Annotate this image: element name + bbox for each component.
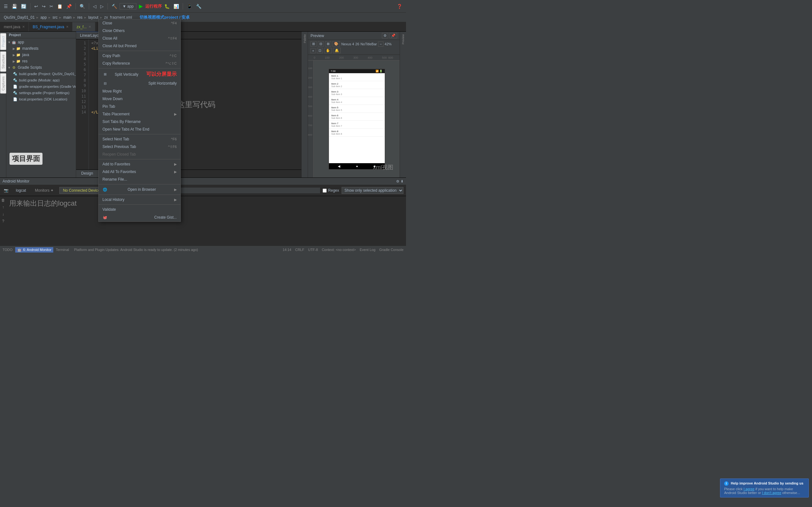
layout-icon-2[interactable]: ⊟ bbox=[318, 41, 324, 47]
menu-close[interactable]: Close ^F4 bbox=[99, 19, 181, 27]
menu-close-all-pinned[interactable]: Close All but Pinned bbox=[99, 42, 181, 50]
cut-button[interactable]: ✂ bbox=[48, 3, 55, 9]
menu-move-right[interactable]: Move Right bbox=[99, 88, 181, 95]
nav-project[interactable]: QiuShi_Day01_01 bbox=[3, 14, 36, 20]
regex-checkbox[interactable] bbox=[322, 188, 327, 193]
search-button[interactable]: 🔍 bbox=[78, 3, 86, 9]
tab-logcat[interactable]: logcat bbox=[13, 187, 29, 193]
project-tab-button[interactable]: Project bbox=[0, 33, 6, 50]
module-selector[interactable]: ▼ app bbox=[119, 3, 136, 9]
alert-button[interactable]: 🔔 bbox=[333, 48, 341, 53]
nav-main[interactable]: main bbox=[62, 14, 72, 20]
redo-button[interactable]: ↪ bbox=[41, 3, 47, 9]
logcat-filter-input[interactable] bbox=[179, 187, 320, 193]
captures-tab-button[interactable]: Captures bbox=[0, 73, 6, 94]
tab-zx-fragment[interactable]: zx_f... ✕ bbox=[72, 22, 95, 32]
avd-button[interactable]: 📱 bbox=[186, 3, 194, 9]
tree-item-gradle-scripts[interactable]: ▼ ⚙ Gradle Scripts bbox=[6, 64, 76, 71]
menu-open-browser[interactable]: 🌐 Open in Browser ▶ bbox=[99, 185, 181, 193]
show-only-selector[interactable]: Show only selected application bbox=[342, 187, 403, 194]
menu-rename-file[interactable]: Rename File... bbox=[99, 176, 181, 183]
tree-item-app[interactable]: ▼ 🤖 app bbox=[6, 39, 76, 45]
nav-src[interactable]: src bbox=[51, 14, 59, 20]
menu-close-others[interactable]: Close Others bbox=[99, 27, 181, 35]
undo-button[interactable]: ↩ bbox=[33, 3, 39, 9]
menu-copy-reference-label: Copy Reference bbox=[102, 61, 130, 66]
device-filter-bar: 📷 logcat Monitors ✦ No Connected Devices… bbox=[0, 185, 406, 196]
menu-create-gist[interactable]: 🐙 Create Gist... bbox=[99, 213, 181, 222]
nav-layout[interactable]: layout bbox=[87, 14, 100, 20]
bottom-settings-button[interactable]: ⚙ bbox=[396, 179, 399, 183]
layout-icon-3[interactable]: ⊠ bbox=[325, 41, 331, 47]
forward-button[interactable]: ▷ bbox=[99, 3, 105, 9]
tree-item-label: build.gradle (Project: QiuShi_Day01_C... bbox=[19, 72, 76, 76]
run-button[interactable]: ▶ bbox=[138, 3, 144, 10]
nav-app[interactable]: app bbox=[39, 14, 48, 20]
tree-item-gradle-wrapper[interactable]: 📄 gradle-wrapper.properties (Gradle Ve..… bbox=[6, 83, 76, 90]
menu-validate[interactable]: Validate bbox=[99, 206, 181, 213]
menu-split-horizontally[interactable]: ⊟ Split Horizontally bbox=[99, 79, 181, 88]
tree-item-local-properties[interactable]: 📄 local.properties (SDK Location) bbox=[6, 96, 76, 102]
gradle-console-button[interactable]: Gradle Console bbox=[379, 248, 403, 251]
save-button[interactable]: 💾 bbox=[10, 3, 18, 9]
zoom-in-button[interactable]: + bbox=[310, 48, 316, 53]
hand-button[interactable]: ✋ bbox=[324, 48, 332, 53]
sdk-button[interactable]: 🔧 bbox=[195, 3, 203, 9]
menu-copy-path[interactable]: Copy Path ^⇧C bbox=[99, 52, 181, 60]
menu-add-favorites[interactable]: Add to Favorites ▶ bbox=[99, 160, 181, 168]
preview-settings-button[interactable]: ⚙ bbox=[382, 33, 388, 38]
bottom-download-button[interactable]: ⬇ bbox=[401, 179, 403, 183]
tab-monitors[interactable]: Monitors ✦ bbox=[32, 187, 57, 193]
terminal-tab-button[interactable]: Terminal bbox=[56, 248, 69, 251]
layout-icon-1[interactable]: ⊞ bbox=[310, 41, 316, 47]
menu-move-down[interactable]: Move Down bbox=[99, 95, 181, 103]
paste-button[interactable]: 📌 bbox=[65, 3, 73, 9]
menu-copy-reference[interactable]: Copy Reference ^⌥⇧C bbox=[99, 60, 181, 67]
tree-item-res[interactable]: ▶ 📁 res bbox=[6, 58, 76, 64]
tree-item-build-gradle-project[interactable]: 🔩 build.gradle (Project: QiuShi_Day01_C.… bbox=[6, 71, 76, 77]
tree-item-manifests[interactable]: ▶ 📁 manifests bbox=[6, 45, 76, 52]
regex-label[interactable]: Regex bbox=[322, 188, 339, 193]
menu-select-prev-tab[interactable]: Select Previous Tab ^⇧F6 bbox=[99, 143, 181, 151]
structure-tab-button[interactable]: Structure bbox=[0, 51, 6, 72]
menu-open-new-tabs[interactable]: Open New Tabs At The End bbox=[99, 125, 181, 133]
coverage-button[interactable]: 📊 bbox=[172, 3, 180, 9]
nav-res[interactable]: res bbox=[76, 14, 84, 20]
tree-item-build-gradle-module[interactable]: 🔩 build.gradle (Module: app) bbox=[6, 77, 76, 83]
tree-item-settings-gradle[interactable]: 🔩 settings.gradle (Project Settings) bbox=[6, 90, 76, 96]
zoom-out-button[interactable]: − bbox=[378, 42, 383, 47]
tab-ment-java[interactable]: ment.java ✕ bbox=[0, 22, 29, 32]
palette-icon[interactable]: 🎨 bbox=[333, 41, 340, 47]
copy-button[interactable]: 📋 bbox=[56, 3, 64, 9]
menu-pin-tab[interactable]: Pin Tab bbox=[99, 103, 181, 110]
help-button[interactable]: ❓ bbox=[396, 3, 403, 9]
menu-add-all-favorites[interactable]: Add All To Favorites ▶ bbox=[99, 168, 181, 176]
sync-button[interactable]: 🔄 bbox=[20, 3, 28, 9]
question-button[interactable]: ? bbox=[1, 218, 6, 224]
menu-sort-tabs[interactable]: Sort Tabs By Filename bbox=[99, 118, 181, 125]
palette-label[interactable]: Palette bbox=[303, 33, 307, 44]
build-button[interactable]: 🔨 bbox=[110, 3, 118, 9]
menu-button[interactable]: ☰ bbox=[3, 3, 9, 9]
scroll-up-button[interactable]: ↑ bbox=[1, 205, 6, 210]
preview-pin-button[interactable]: 📌 bbox=[390, 33, 397, 38]
event-log-button[interactable]: Event Log bbox=[360, 248, 375, 251]
back-button[interactable]: ◁ bbox=[92, 3, 98, 9]
preview-vertical-label[interactable]: Preview bbox=[401, 33, 405, 46]
todo-tab-button[interactable]: TODO bbox=[3, 248, 13, 251]
tree-item-java[interactable]: ▶ 📁 java bbox=[6, 52, 76, 58]
fit-button[interactable]: ⊡ bbox=[317, 48, 323, 53]
scroll-down-button[interactable]: ↓ bbox=[1, 211, 6, 217]
debug-button[interactable]: 🐛 bbox=[163, 3, 171, 9]
menu-tabs-placement[interactable]: Tabs Placement ▶ bbox=[99, 110, 181, 118]
android-monitor-tab-button[interactable]: 🤖 6: Android Monitor bbox=[15, 247, 53, 252]
design-tab-design[interactable]: Design bbox=[76, 170, 98, 177]
camera-button[interactable]: 📷 bbox=[3, 187, 9, 193]
tab-bs-fragment[interactable]: BS_Fragment.java ✕ bbox=[29, 22, 72, 32]
device-label[interactable]: Nexus 4 bbox=[341, 42, 354, 46]
menu-select-next-tab[interactable]: Select Next Tab ^F6 bbox=[99, 135, 181, 143]
trash-button[interactable]: 🗑 bbox=[1, 198, 6, 203]
menu-local-history[interactable]: Local History ▶ bbox=[99, 196, 181, 204]
menu-close-all[interactable]: Close All ^⇧F4 bbox=[99, 35, 181, 42]
menu-split-vertically[interactable]: ⊞ Split Vertically 可以分屏显示 bbox=[99, 69, 181, 79]
